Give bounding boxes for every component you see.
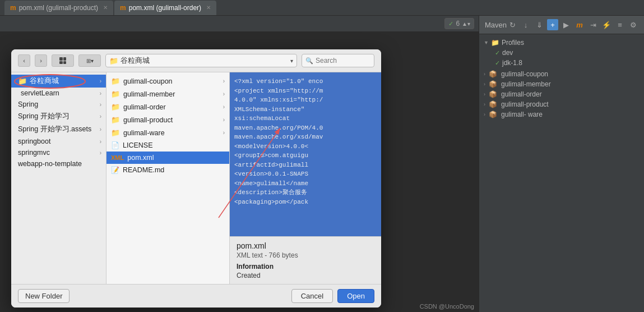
order-arrow: › xyxy=(484,91,485,97)
code-line-1: <?xml version="1.0" enco xyxy=(234,77,377,86)
product-arrow: › xyxy=(484,102,485,107)
file-label-readme: README.md xyxy=(123,166,164,174)
maven-minimize-btn[interactable]: − xyxy=(641,19,644,30)
ware-module-icon: 📦 xyxy=(489,111,497,118)
jdk-check-icon: ✓ xyxy=(495,59,500,67)
tab-close-product[interactable]: ✕ xyxy=(103,4,108,11)
maven-settings-btn[interactable]: ⚙ xyxy=(628,19,639,30)
cancel-button[interactable]: Cancel xyxy=(291,289,333,303)
location-bar[interactable]: 📁 谷粒商城 ▾ xyxy=(105,54,297,67)
maven-lines-btn[interactable]: ≡ xyxy=(614,19,626,30)
location-text: 谷粒商城 xyxy=(121,56,290,66)
sidebar-item-servletlearn[interactable]: servletLearn › xyxy=(11,88,106,99)
file-dialog: ‹ › ⊞▾ 📁 谷粒商城 ▾ 🔍 xyxy=(11,49,381,308)
tab-bar: m pom.xml (gulimall-product) ✕ m pom.xml… xyxy=(0,0,644,16)
module-coupon[interactable]: › 📦 gulimall-coupon xyxy=(479,69,644,79)
code-line-14: <packaging>pom</pack xyxy=(234,198,377,207)
maven-skip-btn[interactable]: ⇥ xyxy=(587,19,599,30)
sidebar-label-webapp: webapp-no-template xyxy=(18,160,82,168)
location-dropdown-arrow[interactable]: ▾ xyxy=(290,58,293,64)
sidebar-item-gulishangcheng[interactable]: 📁 谷粒商城 › xyxy=(11,75,106,88)
tab-close-order[interactable]: ✕ xyxy=(206,4,211,11)
tab-pom-order[interactable]: m pom.xml (gulimall-order) ✕ xyxy=(114,1,216,15)
file-arrow-order: › xyxy=(223,104,225,110)
file-arrow-ware: › xyxy=(223,130,225,136)
profile-jdk18[interactable]: ✓ jdk-1.8 xyxy=(490,58,644,68)
maven-lightning-btn[interactable]: ⚡ xyxy=(601,19,612,30)
profile-dev[interactable]: ✓ dev xyxy=(490,48,644,58)
sidebar-item-springboot[interactable]: springboot › xyxy=(11,136,106,147)
md-icon-readme: 📝 xyxy=(111,166,119,174)
sidebar-arrow-springmvc: › xyxy=(100,150,101,156)
module-ware-label: gulimall- ware xyxy=(501,111,543,118)
module-member-label: gulimall-member xyxy=(501,80,551,88)
tab-pom-product[interactable]: m pom.xml (gulimall-product) ✕ xyxy=(4,1,113,15)
selected-file-name: pom.xml xyxy=(237,241,374,250)
open-button[interactable]: Open xyxy=(337,289,374,303)
file-icon-license: 📄 xyxy=(111,141,119,149)
file-item-member[interactable]: 📁 gulimall-member › xyxy=(106,88,229,100)
sidebar-label-springmvc: springmvc xyxy=(18,149,50,157)
sidebar-arrow-springboot: › xyxy=(100,139,101,145)
file-item-license[interactable]: 📄 LICENSE xyxy=(106,139,229,152)
dialog-toolbar: ‹ › ⊞▾ 📁 谷粒商城 ▾ 🔍 xyxy=(11,49,381,72)
new-folder-button[interactable]: New Folder xyxy=(18,289,70,303)
sidebar-nav: 📁 谷粒商城 › servletLearn › Spring xyxy=(11,72,106,284)
file-arrow-member: › xyxy=(223,91,225,97)
icon-view-button[interactable] xyxy=(52,54,74,67)
code-line-9: <groupId>com.atguigu xyxy=(234,151,377,160)
file-list: 📁 gulimall-coupon › 📁 gulimall-member › … xyxy=(106,72,230,284)
sidebar-item-spring[interactable]: Spring › xyxy=(11,99,106,110)
maven-add-btn[interactable]: + xyxy=(547,19,558,30)
folder-icon-member: 📁 xyxy=(111,90,120,98)
module-member[interactable]: › 📦 gulimall-member xyxy=(479,79,644,89)
profiles-header[interactable]: ▼ 📁 Profiles xyxy=(479,38,644,48)
file-item-ware[interactable]: 📁 gulimall-ware › xyxy=(106,126,229,139)
maven-refresh-btn[interactable]: ↻ xyxy=(507,19,518,30)
file-item-pomxml[interactable]: XML pom.xml xyxy=(106,152,229,164)
tab-icon-order: m xyxy=(120,4,126,12)
maven-download2-btn[interactable]: ⇓ xyxy=(534,19,545,30)
info-section-label: Information xyxy=(237,263,374,270)
back-button[interactable]: ‹ xyxy=(18,54,30,67)
run-dropdown-arrow: ▲▾ xyxy=(462,21,470,27)
folder-icon-order: 📁 xyxy=(111,103,120,111)
file-label-license: LICENSE xyxy=(123,141,153,149)
profile-jdk18-label: jdk-1.8 xyxy=(502,59,522,67)
main-area: ✓ 6 ▲▾ ‹ › ⊞▾ 📁 谷粒商城 ▾ � xyxy=(0,16,644,312)
module-ware[interactable]: › 📦 gulimall- ware xyxy=(479,109,644,120)
sidebar-item-webapp[interactable]: webapp-no-template xyxy=(11,158,106,169)
sidebar-item-spring-start[interactable]: Spring 开始学习 › xyxy=(11,110,106,123)
sidebar-arrow-gulishangcheng: › xyxy=(100,78,101,84)
location-folder-icon: 📁 xyxy=(109,57,118,65)
sidebar-arrow-spring: › xyxy=(100,102,101,108)
list-view-button[interactable]: ⊞▾ xyxy=(78,54,101,67)
module-product[interactable]: › 📦 gulimall-product xyxy=(479,99,644,109)
maven-run-btn[interactable]: ▶ xyxy=(560,19,572,30)
code-line-13: <description>聚合服务 xyxy=(234,188,377,198)
code-line-12: <name>gulimall</name xyxy=(234,179,377,189)
file-item-coupon[interactable]: 📁 gulimall-coupon › xyxy=(106,75,229,88)
file-info: pom.xml XML text - 766 bytes Information… xyxy=(230,236,381,284)
maven-m-btn[interactable]: m xyxy=(574,19,585,30)
search-input[interactable] xyxy=(316,57,370,65)
search-box[interactable]: 🔍 xyxy=(302,54,374,67)
forward-button[interactable]: › xyxy=(35,54,47,67)
file-arrow-coupon: › xyxy=(223,78,225,84)
module-coupon-label: gulimall-coupon xyxy=(501,70,548,78)
module-order[interactable]: › 📦 gulimall-order xyxy=(479,89,644,99)
sidebar-item-spring-assets[interactable]: Spring 开始学习.assets › xyxy=(11,123,106,136)
sidebar-item-springmvc[interactable]: springmvc › xyxy=(11,147,106,158)
maven-download-btn[interactable]: ↓ xyxy=(520,19,531,30)
file-label-product: gulimall-product xyxy=(123,116,173,124)
file-item-readme[interactable]: 📝 README.md xyxy=(106,164,229,176)
preview-panel: <?xml version="1.0" enco <project xmlns=… xyxy=(230,72,381,284)
file-label-ware: gulimall-ware xyxy=(123,129,165,137)
folder-icon-product: 📁 xyxy=(111,116,120,124)
run-count-widget[interactable]: ✓ 6 ▲▾ xyxy=(444,18,474,29)
search-icon: 🔍 xyxy=(305,57,313,65)
file-item-order[interactable]: 📁 gulimall-order › xyxy=(106,100,229,113)
maven-toolbar: ↻ ↓ ⇓ + ▶ m ⇥ ⚡ ≡ ⚙ − xyxy=(507,19,644,30)
profiles-section: ▼ 📁 Profiles ✓ dev ✓ jdk-1.8 xyxy=(479,36,644,69)
file-item-product[interactable]: 📁 gulimall-product › xyxy=(106,113,229,126)
